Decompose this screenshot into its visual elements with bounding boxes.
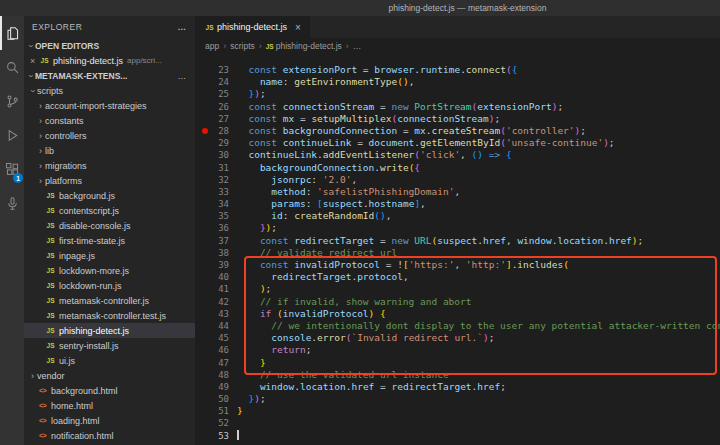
line-number[interactable]: 35	[195, 210, 229, 222]
code-line[interactable]: 48 // use the validated url instance	[195, 369, 720, 381]
tree-item[interactable]: <>background.html	[24, 383, 195, 398]
tree-item[interactable]: JSdisable-console.js	[24, 218, 195, 233]
tree-item[interactable]: JSsentry-install.js	[24, 338, 195, 353]
tree-item[interactable]: JSlockdown-run.js	[24, 278, 195, 293]
line-number[interactable]: 52	[195, 417, 229, 429]
tree-item[interactable]: ›lib	[24, 143, 195, 158]
line-number[interactable]: 42	[195, 296, 229, 308]
workspace-section-header[interactable]: › METAMASK-EXTENS... …	[24, 68, 195, 83]
line-number[interactable]: 43	[195, 308, 229, 320]
code-line[interactable]: 27 const mx = setupMultiplex(connectionS…	[195, 113, 720, 125]
line-number[interactable]: 53	[195, 430, 229, 442]
line-number[interactable]: 50	[195, 393, 229, 405]
code-line[interactable]: 42 // if invalid, show warning and abort	[195, 296, 720, 308]
tree-item[interactable]: JSbackground.js	[24, 188, 195, 203]
tab-phishing-detect[interactable]: JS phishing-detect.js ×	[195, 16, 310, 38]
explorer-icon[interactable]	[0, 16, 24, 50]
code-line[interactable]: 33 method: 'safelistPhishingDomain',	[195, 186, 720, 198]
line-number[interactable]: 23	[195, 64, 229, 76]
tree-item[interactable]: ›scripts	[24, 83, 195, 98]
code-line[interactable]: 29 const continueLink = document.getElem…	[195, 137, 720, 149]
tree-item[interactable]: ›vendor	[24, 368, 195, 383]
code-line[interactable]: 46 return;	[195, 344, 720, 356]
tree-item[interactable]: JSlockdown-more.js	[24, 263, 195, 278]
code-line[interactable]: 52	[195, 417, 720, 429]
line-number[interactable]: 40	[195, 271, 229, 283]
tree-item[interactable]: JSfirst-time-state.js	[24, 233, 195, 248]
tree-item[interactable]: JSmetamask-controller.js	[24, 293, 195, 308]
code-line[interactable]: 47 }	[195, 357, 720, 369]
code-line[interactable]: 24 name: getEnvironmentType(),	[195, 76, 720, 88]
extensions-icon[interactable]: 1	[0, 152, 24, 186]
source-control-icon[interactable]	[0, 84, 24, 118]
breadcrumb-item[interactable]: …	[353, 41, 362, 51]
open-editor-item[interactable]: × JS phishing-detect.js app/scri...	[24, 53, 195, 68]
tree-item[interactable]: ›platforms	[24, 173, 195, 188]
line-number[interactable]: 41	[195, 283, 229, 295]
tree-item[interactable]: ›controllers	[24, 128, 195, 143]
line-number[interactable]: 28	[195, 125, 229, 137]
line-number[interactable]: 49	[195, 381, 229, 393]
line-number[interactable]: 25	[195, 88, 229, 100]
code-line[interactable]: 49 window.location.href = redirectTarget…	[195, 381, 720, 393]
tree-item[interactable]: <>home.html	[24, 398, 195, 413]
line-number[interactable]: 37	[195, 235, 229, 247]
code-line[interactable]: 41 );	[195, 283, 720, 295]
tree-item[interactable]: JSmetamask-controller.test.js	[24, 308, 195, 323]
code-line[interactable]: 26 const connectionStream = new PortStre…	[195, 101, 720, 113]
code-line[interactable]: 43 if (invalidProtocol) {	[195, 308, 720, 320]
line-number[interactable]: 32	[195, 174, 229, 186]
code-line[interactable]: 45 console.error(`Invalid redirect url.`…	[195, 332, 720, 344]
tree-item[interactable]: ›migrations	[24, 158, 195, 173]
line-number[interactable]: 51	[195, 405, 229, 417]
code-line[interactable]: 38 // validate redirect url	[195, 247, 720, 259]
sidebar-more-actions-icon[interactable]: …	[178, 22, 188, 32]
code-line[interactable]: 36 });	[195, 222, 720, 234]
microphone-icon[interactable]	[0, 186, 24, 220]
code-line[interactable]: 30 continueLink.addEventListener('click'…	[195, 149, 720, 161]
line-number[interactable]: 30	[195, 149, 229, 161]
line-number[interactable]: 31	[195, 162, 229, 174]
open-editors-section-header[interactable]: › OPEN EDITORS	[24, 38, 195, 53]
code-line[interactable]: 44 // we intentionally dont display to t…	[195, 320, 720, 332]
line-number[interactable]: 48	[195, 369, 229, 381]
line-number[interactable]: 47	[195, 357, 229, 369]
line-number[interactable]: 45	[195, 332, 229, 344]
code-line[interactable]: 40 redirectTarget.protocol,	[195, 271, 720, 283]
line-number[interactable]: 26	[195, 101, 229, 113]
code-editor[interactable]: 23 const extensionPort = browser.runtime…	[195, 54, 720, 445]
workspace-more-actions-icon[interactable]: …	[178, 71, 196, 81]
code-line[interactable]: 39 const invalidProtocol = !['https:', '…	[195, 259, 720, 271]
tree-item[interactable]: JScontentscript.js	[24, 203, 195, 218]
tree-item[interactable]: ›account-import-strategies	[24, 98, 195, 113]
code-line[interactable]: 23 const extensionPort = browser.runtime…	[195, 64, 720, 76]
line-number[interactable]: 39	[195, 259, 229, 271]
tab-close-icon[interactable]: ×	[295, 22, 301, 33]
tree-item[interactable]: ›constants	[24, 113, 195, 128]
close-icon[interactable]: ×	[30, 56, 39, 66]
line-number[interactable]: 33	[195, 186, 229, 198]
line-number[interactable]: 46	[195, 344, 229, 356]
tree-item[interactable]: JSphishing-detect.js	[24, 323, 195, 338]
code-line[interactable]: 53	[195, 430, 720, 442]
code-line[interactable]: 32 jsonrpc: '2.0',	[195, 174, 720, 186]
code-line[interactable]: 35 id: createRandomId(),	[195, 210, 720, 222]
code-line[interactable]: 31 backgroundConnection.write({	[195, 162, 720, 174]
code-line[interactable]: 34 params: [suspect.hostname],	[195, 198, 720, 210]
code-line[interactable]: 37 const redirectTarget = new URL(suspec…	[195, 235, 720, 247]
line-number[interactable]: 34	[195, 198, 229, 210]
breadcrumb-item[interactable]: JSphishing-detect.js	[266, 41, 342, 51]
code-line[interactable]: 28 const backgroundConnection = mx.creat…	[195, 125, 720, 137]
search-icon[interactable]	[0, 50, 24, 84]
line-number[interactable]: 38	[195, 247, 229, 259]
code-line[interactable]: 25 });	[195, 88, 720, 100]
breadcrumb-item[interactable]: scripts	[230, 41, 255, 51]
code-line[interactable]: 50 });	[195, 393, 720, 405]
line-number[interactable]: 27	[195, 113, 229, 125]
line-number[interactable]: 36	[195, 222, 229, 234]
run-debug-icon[interactable]	[0, 118, 24, 152]
line-number[interactable]: 44	[195, 320, 229, 332]
line-number[interactable]: 24	[195, 76, 229, 88]
tree-item[interactable]: JSinpage.js	[24, 248, 195, 263]
code-line[interactable]: 51}	[195, 405, 720, 417]
